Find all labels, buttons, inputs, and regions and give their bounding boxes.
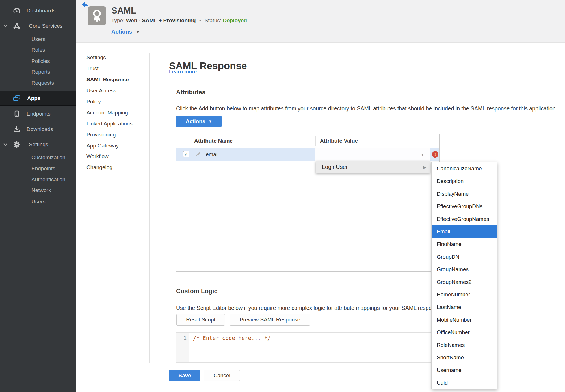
table-row[interactable]: ✓ email ▼ ! <box>176 148 439 161</box>
gauge-icon <box>13 7 21 15</box>
sidebar-item-policies[interactable]: Policies <box>0 57 76 66</box>
subnav-item[interactable]: Trust <box>86 63 149 74</box>
menu-option[interactable]: GroupNames <box>432 263 497 276</box>
subnav-item-label: Policy <box>86 99 101 105</box>
sidebar-item-label: Roles <box>31 47 45 53</box>
menu-option[interactable]: ShortName <box>432 351 497 364</box>
menu-option[interactable]: GroupNames2 <box>432 276 497 288</box>
subnav-item-label: App Gateway <box>86 143 119 149</box>
award-ribbon-icon <box>88 6 106 25</box>
reset-script-button[interactable]: Reset Script <box>176 314 225 326</box>
menu-option[interactable]: Email <box>432 225 497 238</box>
preview-saml-response-button[interactable]: Preview SAML Response <box>230 314 310 326</box>
save-button-label: Save <box>178 373 191 379</box>
subnav-item[interactable]: Provisioning <box>86 129 149 140</box>
menu-option-label: CanonicalizeName <box>437 165 482 172</box>
sidebar-item-requests[interactable]: Requests <box>0 79 76 87</box>
sidebar-item-label: Authentication <box>31 177 65 183</box>
menu-option[interactable]: GroupDN <box>432 251 497 263</box>
sidebar-item-label: Customization <box>31 154 65 161</box>
status-label: Status: <box>205 18 221 23</box>
edit-pencil-icon[interactable] <box>194 151 201 158</box>
subnav-item[interactable]: Changelog <box>86 162 149 173</box>
subnav-item[interactable]: Workflow <box>86 151 149 162</box>
subnav-item[interactable]: Linked Applications <box>86 118 149 129</box>
learn-more-link[interactable]: Learn more <box>169 69 197 75</box>
meta-separator: • <box>197 18 203 23</box>
menu-option-label: OfficeNumber <box>437 329 470 336</box>
sidebar-item-label: Settings <box>29 141 48 148</box>
menu-option[interactable]: DisplayName <box>432 188 497 200</box>
sidebar-item-label: Endpoints <box>27 111 51 117</box>
sidebar-item-customization[interactable]: Customization <box>0 153 76 162</box>
device-icon <box>13 110 21 118</box>
menu-option[interactable]: Description <box>432 175 497 188</box>
attributes-actions-button[interactable]: Actions ▼ <box>176 116 222 127</box>
menu-option[interactable]: RoleNames <box>432 339 497 352</box>
app-header: SAML Type: Web - SAML + Provisioning • S… <box>76 0 565 43</box>
error-exclamation: ! <box>434 152 436 157</box>
sidebar-item-apps[interactable]: Apps <box>0 91 76 106</box>
status-badge: Deployed <box>223 18 247 23</box>
menu-option-label: EffectiveGroupNames <box>437 216 489 222</box>
menu-option-label: DisplayName <box>437 191 469 197</box>
subnav-item-label: Workflow <box>86 153 109 160</box>
subnav-item[interactable]: App Gateway <box>86 140 149 151</box>
subnav-item[interactable]: SAML Response <box>86 74 149 85</box>
menu-option-label: Uuid <box>437 380 448 386</box>
row-checkbox[interactable]: ✓ <box>183 151 189 157</box>
menu-option-label: MobileNumber <box>437 317 472 323</box>
app-icon-badge <box>88 6 106 25</box>
sidebar-item-settings-users[interactable]: Users <box>0 197 76 206</box>
attribute-options-menu: CanonicalizeName Description DisplayName… <box>431 162 497 389</box>
menu-option[interactable]: LastName <box>432 301 497 314</box>
sidebar-item-label: Network <box>31 187 51 193</box>
menu-option-label: GroupDN <box>437 254 459 260</box>
menu-option-label: HomeNumber <box>437 291 470 298</box>
subnav-item[interactable]: Policy <box>86 96 149 107</box>
sidebar-item-label: Users <box>31 199 46 205</box>
sidebar-item-endpoints[interactable]: Endpoints <box>0 110 76 118</box>
header-actions-menu[interactable]: Actions ▼ <box>111 29 140 35</box>
menu-option[interactable]: HomeNumber <box>432 288 497 301</box>
sidebar-item-users[interactable]: Users <box>0 35 76 43</box>
sidebar-item-reports[interactable]: Reports <box>0 68 76 76</box>
subnav-item[interactable]: Account Mapping <box>86 107 149 118</box>
attribute-value-dropdown[interactable]: ▼ <box>315 148 430 161</box>
sidebar-item-downloads[interactable]: Downloads <box>0 125 76 134</box>
content-divider <box>149 53 150 363</box>
menu-option[interactable]: MobileNumber <box>432 313 497 326</box>
menu-option[interactable]: CanonicalizeName <box>432 162 497 175</box>
sidebar-item-roles[interactable]: Roles <box>0 46 76 54</box>
cancel-button[interactable]: Cancel <box>204 370 240 381</box>
menu-option[interactable]: FirstName <box>432 238 497 251</box>
menu-option[interactable]: OfficeNumber <box>432 326 497 339</box>
menu-option[interactable]: EffectiveGroupDNs <box>432 200 497 213</box>
subnav-item[interactable]: User Access <box>86 85 149 96</box>
sidebar-item-dashboards[interactable]: Dashboards <box>0 6 76 15</box>
sidebar-item-settings[interactable]: Settings <box>0 140 76 149</box>
column-header-attribute-value: Attribute Value <box>320 134 358 148</box>
sidebar-item-authentication[interactable]: Authentication <box>0 175 76 184</box>
page-app-title: SAML <box>111 6 136 16</box>
editor-code: /* Enter code here... */ <box>193 335 271 341</box>
menu-option[interactable]: Uuid <box>432 376 497 389</box>
cancel-button-label: Cancel <box>213 373 230 379</box>
script-editor[interactable]: 1 /* Enter code here... */ <box>176 332 440 363</box>
download-icon <box>13 125 21 133</box>
check-icon: ✓ <box>184 152 188 157</box>
subnav-item-label: Linked Applications <box>86 121 133 127</box>
value-menu-loginuser[interactable]: LoginUser ▶ <box>316 161 430 173</box>
attributes-table: Attribute Name Attribute Value ✓ email ▼… <box>176 134 440 272</box>
sidebar-item-label: Endpoints <box>31 165 55 172</box>
sidebar-item-network[interactable]: Network <box>0 186 76 195</box>
subnav-item[interactable]: Settings <box>86 52 149 63</box>
menu-option[interactable]: EffectiveGroupNames <box>432 213 497 225</box>
sidebar-item-settings-endpoints[interactable]: Endpoints <box>0 164 76 173</box>
menu-option[interactable]: Username <box>432 364 497 377</box>
save-button[interactable]: Save <box>169 370 200 381</box>
loginuser-label: LoginUser <box>322 164 348 170</box>
sidebar-item-core-services[interactable]: Core Services <box>0 22 76 30</box>
custom-logic-heading: Custom Logic <box>176 288 218 295</box>
preview-saml-response-label: Preview SAML Response <box>240 317 300 323</box>
